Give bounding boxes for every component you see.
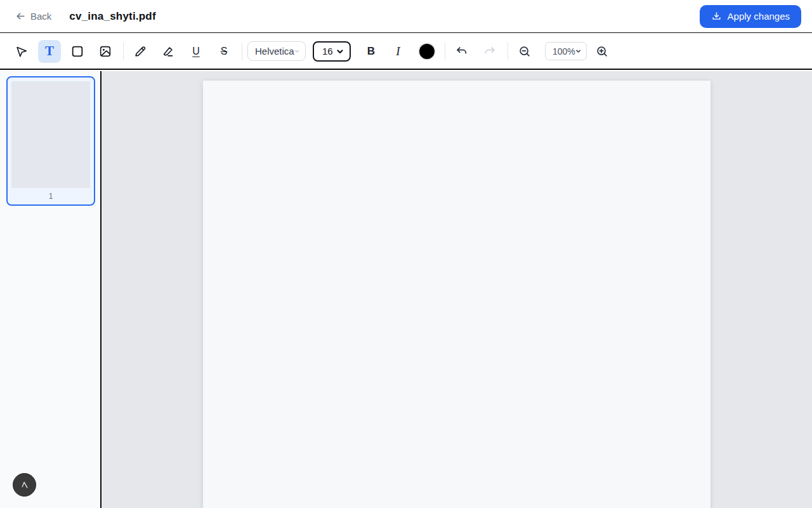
chevron-down-icon — [336, 48, 344, 55]
strikethrough-button[interactable]: S — [213, 40, 235, 63]
toolbar-divider — [242, 43, 242, 60]
highlighter-tool-button[interactable] — [157, 40, 180, 63]
page-number-label: 1 — [8, 188, 94, 204]
pencil-icon — [133, 44, 147, 58]
font-family-select[interactable]: Helvetica — [247, 41, 306, 61]
font-size-select[interactable]: 16 — [313, 41, 351, 62]
workspace: 1 — [0, 71, 812, 508]
highlighter-icon — [161, 44, 175, 58]
zoom-out-icon — [518, 44, 532, 58]
toolbar-divider — [445, 43, 445, 60]
undo-button[interactable] — [450, 40, 473, 63]
zoom-level-select[interactable]: 100% — [545, 42, 587, 60]
apply-changes-label: Apply changes — [728, 11, 790, 22]
page-thumbnail-preview — [11, 81, 90, 188]
undo-icon — [455, 44, 469, 58]
italic-icon: I — [396, 44, 402, 58]
font-size-value: 16 — [322, 46, 333, 57]
text-tool-icon: T — [45, 44, 54, 58]
text-color-button[interactable] — [416, 40, 438, 63]
pages-sidebar: 1 — [0, 71, 102, 508]
image-tool-button[interactable] — [94, 40, 117, 63]
pencil-tool-button[interactable] — [129, 40, 152, 63]
pdf-page[interactable] — [203, 81, 710, 508]
rectangle-tool-button[interactable] — [66, 40, 89, 63]
underline-button[interactable]: U — [185, 40, 207, 63]
arrow-cursor-icon — [18, 479, 31, 491]
apply-changes-button[interactable]: Apply changes — [700, 5, 801, 28]
underline-icon: U — [192, 46, 200, 57]
scroll-mode-button[interactable] — [13, 473, 36, 497]
chevron-down-icon — [575, 48, 581, 55]
pointer-icon — [15, 44, 29, 58]
image-icon — [98, 44, 112, 58]
document-title: cv_ina_shyti.pdf — [69, 10, 155, 23]
redo-button[interactable] — [478, 40, 501, 63]
toolbar-divider — [123, 43, 124, 60]
redo-icon — [483, 44, 497, 58]
rectangle-icon — [70, 44, 84, 58]
color-swatch — [419, 44, 435, 59]
pointer-tool-button[interactable] — [10, 40, 33, 63]
strikethrough-icon: S — [221, 46, 228, 57]
font-family-value: Helvetica — [255, 46, 294, 57]
bold-button[interactable]: B — [360, 40, 383, 63]
toolbar-divider — [508, 43, 508, 60]
zoom-in-button[interactable] — [591, 40, 613, 63]
zoom-out-button[interactable] — [513, 40, 536, 63]
italic-button[interactable]: I — [388, 40, 410, 63]
top-header: Back cv_ina_shyti.pdf Apply changes — [0, 0, 812, 33]
zoom-in-icon — [595, 44, 609, 58]
text-tool-button[interactable]: T — [38, 40, 61, 63]
document-canvas[interactable] — [102, 71, 812, 508]
back-button[interactable]: Back — [15, 11, 51, 22]
editor-toolbar: T U S Helvetica — [0, 34, 812, 70]
back-arrow-icon — [15, 11, 26, 22]
chevron-down-icon — [294, 48, 299, 55]
back-label: Back — [30, 11, 51, 22]
zoom-level-value: 100% — [553, 46, 575, 57]
download-icon — [711, 11, 722, 22]
bold-icon: B — [367, 45, 375, 58]
page-thumbnail-1[interactable]: 1 — [6, 76, 95, 206]
